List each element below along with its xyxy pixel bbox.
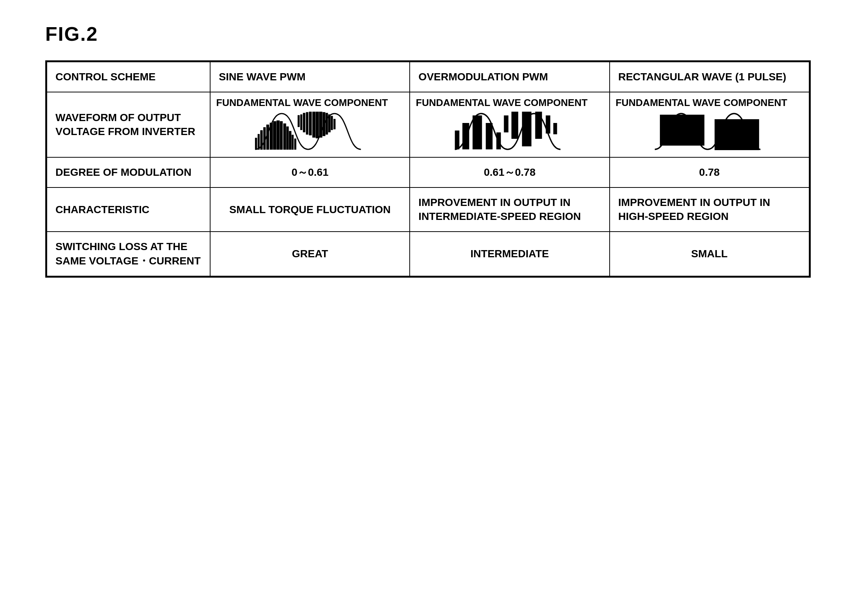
characteristic-label-cell: CHARACTERISTIC <box>47 188 210 232</box>
sine-wave-label: FUNDAMENTAL WAVE COMPONENT <box>216 96 404 109</box>
waveform-row: WAVEFORM OF OUTPUT VOLTAGE FROM INVERTER… <box>47 92 809 157</box>
svg-rect-23 <box>326 113 328 134</box>
characteristic-row: CHARACTERISTIC SMALL TORQUE FLUCTUATION … <box>47 188 809 232</box>
svg-rect-1 <box>258 134 260 149</box>
switching-rect-cell: SMALL <box>610 232 809 276</box>
svg-rect-15 <box>301 115 302 130</box>
modulation-label-cell: DEGREE OF MODULATION <box>47 157 210 188</box>
svg-rect-8 <box>280 122 283 149</box>
svg-rect-13 <box>295 139 296 149</box>
over-pwm-waveform <box>416 112 603 153</box>
modulation-sine-cell: 0～0.61 <box>210 157 410 188</box>
modulation-over-cell: 0.61～0.78 <box>410 157 609 188</box>
svg-rect-34 <box>522 112 531 146</box>
svg-rect-39 <box>715 119 758 150</box>
switching-sine-cell: GREAT <box>210 232 410 276</box>
svg-rect-16 <box>303 113 305 132</box>
waveform-rect-cell: FUNDAMENTAL WAVE COMPONENT <box>610 92 809 157</box>
switching-row: SWITCHING LOSS AT THE SAME VOLTAGE・CURRE… <box>47 232 809 276</box>
svg-rect-6 <box>274 122 276 149</box>
svg-rect-27 <box>455 131 459 149</box>
svg-rect-33 <box>511 112 518 139</box>
page-title: FIG.2 <box>45 23 98 45</box>
svg-rect-24 <box>329 115 331 132</box>
svg-rect-38 <box>660 115 704 146</box>
svg-rect-4 <box>267 125 269 149</box>
sine-pwm-waveform <box>216 112 404 153</box>
header-row: CONTROL SCHEME SINE WAVE PWM OVERMODULAT… <box>47 62 809 92</box>
modulation-row: DEGREE OF MODULATION 0～0.61 0.61～0.78 0.… <box>47 157 809 188</box>
header-rect: RECTANGULAR WAVE (1 PULSE) <box>610 62 809 92</box>
over-wave-label: FUNDAMENTAL WAVE COMPONENT <box>416 96 603 109</box>
svg-rect-10 <box>287 127 289 149</box>
svg-rect-11 <box>289 131 291 149</box>
characteristic-sine-cell: SMALL TORQUE FLUCTUATION <box>210 188 410 232</box>
characteristic-rect-cell: IMPROVEMENT IN OUTPUT IN HIGH-SPEED REGI… <box>610 188 809 232</box>
header-over: OVERMODULATION PWM <box>410 62 609 92</box>
svg-rect-29 <box>473 116 482 149</box>
modulation-rect-cell: 0.78 <box>610 157 809 188</box>
svg-rect-17 <box>306 112 308 134</box>
svg-rect-37 <box>553 123 557 134</box>
svg-rect-14 <box>298 116 300 127</box>
svg-rect-26 <box>334 119 336 129</box>
svg-rect-32 <box>504 116 508 132</box>
header-sine: SINE WAVE PWM <box>210 62 410 92</box>
svg-rect-20 <box>316 112 319 138</box>
switching-over-cell: INTERMEDIATE <box>410 232 609 276</box>
svg-rect-25 <box>331 116 333 130</box>
rect-wave-label: FUNDAMENTAL WAVE COMPONENT <box>616 96 803 109</box>
waveform-over-cell: FUNDAMENTAL WAVE COMPONENT <box>410 92 609 157</box>
waveform-label-cell: WAVEFORM OF OUTPUT VOLTAGE FROM INVERTER <box>47 92 210 157</box>
main-table: CONTROL SCHEME SINE WAVE PWM OVERMODULAT… <box>45 60 811 278</box>
svg-rect-9 <box>284 124 286 149</box>
svg-rect-12 <box>292 135 294 149</box>
svg-rect-0 <box>256 138 257 149</box>
header-label: CONTROL SCHEME <box>47 62 210 92</box>
characteristic-over-cell: IMPROVEMENT IN OUTPUT IN INTERMEDIATE-SP… <box>410 188 609 232</box>
switching-label-cell: SWITCHING LOSS AT THE SAME VOLTAGE・CURRE… <box>47 232 210 276</box>
svg-rect-19 <box>313 112 316 137</box>
rect-waveform <box>616 112 803 153</box>
svg-rect-18 <box>309 112 312 135</box>
waveform-sine-cell: FUNDAMENTAL WAVE COMPONENT <box>210 92 410 157</box>
svg-rect-7 <box>277 121 280 149</box>
svg-rect-30 <box>486 123 493 149</box>
